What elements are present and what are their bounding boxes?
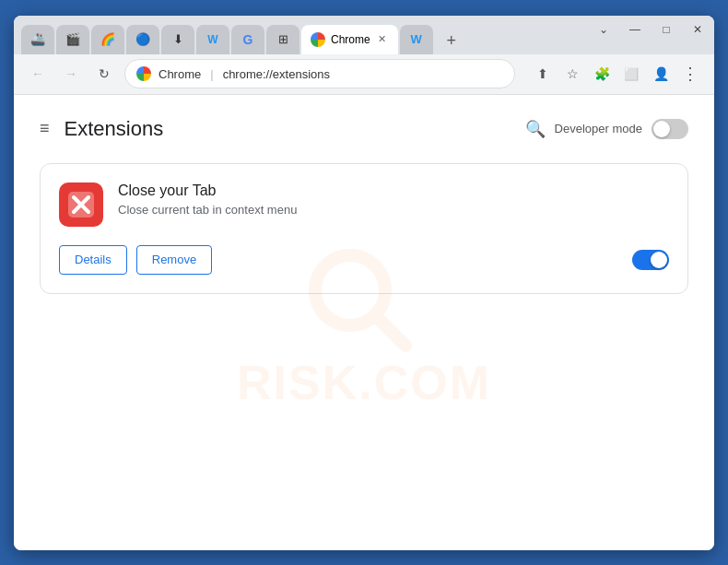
watermark-text: RISK.COM <box>237 355 491 410</box>
brand-label: Chrome <box>159 67 201 81</box>
ext-header: ≡ Extensions 🔍 Developer mode <box>14 95 714 156</box>
tab-10-icon: W <box>409 32 424 47</box>
tab-8[interactable]: ⊞ <box>266 25 299 54</box>
tab-7-icon: G <box>241 32 255 47</box>
title-bar: 🚢 🎬 🌈 🔵 ⬇ W G ⊞ <box>14 16 714 54</box>
tab-3[interactable]: 🌈 <box>91 25 124 54</box>
tab-2-icon: 🎬 <box>65 32 80 47</box>
tab-6-icon: W <box>205 32 220 47</box>
tab-6[interactable]: W <box>196 25 229 54</box>
tab-3-icon: 🌈 <box>100 32 115 47</box>
back-button[interactable]: ← <box>25 61 51 87</box>
site-logo <box>136 66 151 81</box>
tab-chrome-label: Chrome <box>331 33 370 46</box>
details-button[interactable]: Details <box>59 245 127 275</box>
star-icon: ☆ <box>567 66 579 81</box>
tab-4-icon: 🔵 <box>135 32 150 47</box>
forward-button[interactable]: → <box>58 61 84 87</box>
bookmark-button[interactable]: ☆ <box>559 61 585 87</box>
new-tab-button[interactable]: + <box>439 29 464 54</box>
ext-card-top: Close your Tab Close current tab in cont… <box>59 182 669 227</box>
menu-button[interactable]: ⋮ <box>677 61 703 87</box>
search-icon[interactable]: 🔍 <box>525 119 546 139</box>
tab-10[interactable]: W <box>400 25 433 54</box>
remove-button[interactable]: Remove <box>136 245 212 275</box>
share-button[interactable]: ⬆ <box>530 61 556 87</box>
tab-8-icon: ⊞ <box>276 32 290 47</box>
extension-card: Close your Tab Close current tab in cont… <box>40 163 688 294</box>
extension-name: Close your Tab <box>118 182 669 199</box>
split-icon: ⬜ <box>624 67 639 81</box>
person-icon: 👤 <box>653 66 669 81</box>
minimize-button[interactable]: — <box>628 23 642 36</box>
tab-1-icon: 🚢 <box>30 32 45 47</box>
hamburger-menu-button[interactable]: ≡ <box>40 119 50 138</box>
share-icon: ⬆ <box>537 66 548 81</box>
address-separator: | <box>210 67 213 81</box>
page-title: Extensions <box>65 117 514 141</box>
tab-chrome-active[interactable]: Chrome ✕ <box>301 25 398 54</box>
reload-button[interactable]: ↻ <box>91 61 117 87</box>
tab-7[interactable]: G <box>231 25 264 54</box>
tab-2[interactable]: 🎬 <box>56 25 89 54</box>
puzzle-icon: 🧩 <box>594 66 610 81</box>
extension-icon <box>59 182 103 227</box>
close-button[interactable]: ✕ <box>690 23 705 36</box>
ext-header-right: 🔍 Developer mode <box>525 119 688 139</box>
ext-card-bottom: Details Remove <box>59 245 669 275</box>
extension-description: Close current tab in context menu <box>118 203 669 217</box>
page-content: RISK.COM ≡ Extensions 🔍 Developer mode <box>14 95 714 550</box>
chevron-icon[interactable]: ⌄ <box>596 23 611 36</box>
profile-button[interactable]: 👤 <box>648 61 674 87</box>
tab-5-icon: ⬇ <box>170 32 185 47</box>
tab-4[interactable]: 🔵 <box>126 25 159 54</box>
split-view-button[interactable]: ⬜ <box>618 61 644 87</box>
kebab-icon: ⋮ <box>682 64 699 84</box>
tab-close-btn[interactable]: ✕ <box>376 33 389 46</box>
developer-mode-toggle[interactable] <box>652 119 688 139</box>
dev-mode-label: Developer mode <box>555 122 642 135</box>
extension-info: Close your Tab Close current tab in cont… <box>118 182 669 217</box>
browser-window: 🚢 🎬 🌈 🔵 ⬇ W G ⊞ <box>14 16 714 550</box>
toolbar-right: ⬆ ☆ 🧩 ⬜ 👤 ⋮ <box>530 61 703 87</box>
svg-line-1 <box>376 316 405 346</box>
address-bar[interactable]: Chrome | chrome://extensions <box>124 59 515 88</box>
address-text: chrome://extensions <box>223 67 330 81</box>
maximize-button[interactable]: □ <box>659 23 674 36</box>
nav-bar: ← → ↻ Chrome | chrome://extensions ⬆ ☆ 🧩 <box>14 54 714 95</box>
extensions-button[interactable]: 🧩 <box>589 61 615 87</box>
tab-1[interactable]: 🚢 <box>21 25 54 54</box>
window-controls: ⌄ — □ ✕ <box>596 23 705 36</box>
close-tab-icon <box>66 190 96 219</box>
extension-enable-toggle[interactable] <box>632 250 669 270</box>
chrome-logo-tab <box>311 32 325 47</box>
tab-5[interactable]: ⬇ <box>161 25 194 54</box>
